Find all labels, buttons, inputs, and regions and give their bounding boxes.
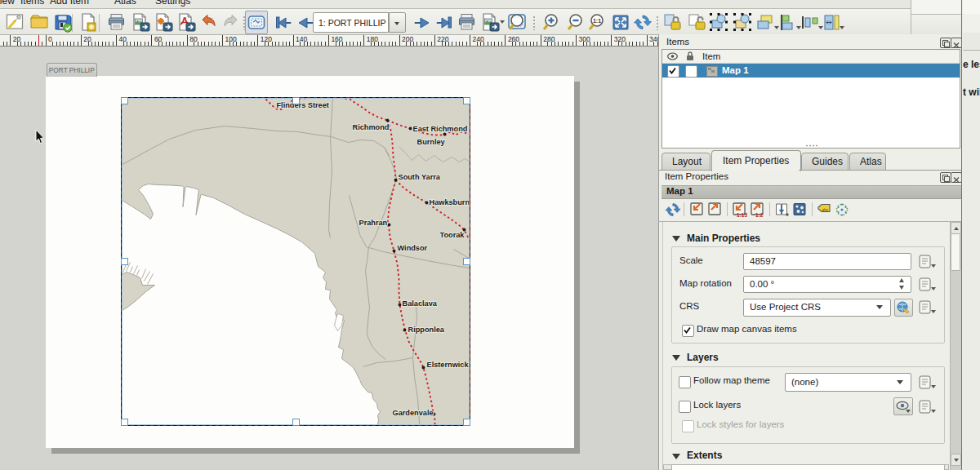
svg-text:East Richmond: East Richmond xyxy=(413,125,468,133)
svg-text:1:15: 1:15 xyxy=(737,212,747,218)
svg-text:Elsternwick: Elsternwick xyxy=(427,361,470,369)
svg-text:Richmond: Richmond xyxy=(353,123,390,131)
svg-text:Prahran: Prahran xyxy=(359,219,388,227)
svg-text:Balaclava: Balaclava xyxy=(403,299,438,308)
svg-text:1:1: 1:1 xyxy=(593,18,601,24)
svg-text:1:2: 1:2 xyxy=(755,212,764,218)
svg-text:Hawksburn: Hawksburn xyxy=(430,198,470,206)
svg-text:Ripponlea: Ripponlea xyxy=(408,326,445,334)
svg-text:South Yarra: South Yarra xyxy=(399,173,441,181)
svg-text:Gardenvale: Gardenvale xyxy=(393,409,434,417)
svg-text:Toorak: Toorak xyxy=(440,231,466,239)
svg-text:Flinders Street: Flinders Street xyxy=(277,101,329,109)
svg-text:Burnley: Burnley xyxy=(417,138,446,146)
svg-text:Windsor: Windsor xyxy=(398,244,428,252)
svg-text:abc: abc xyxy=(822,207,830,212)
